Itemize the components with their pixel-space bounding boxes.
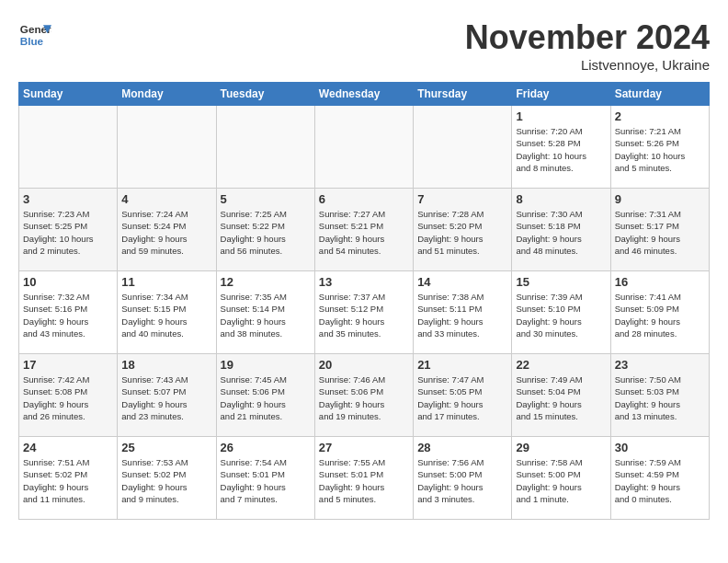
day-info: Sunrise: 7:54 AM Sunset: 5:01 PM Dayligh… [221, 456, 311, 505]
calendar-cell [19, 106, 118, 189]
day-number: 29 [516, 441, 606, 454]
calendar-cell: 18Sunrise: 7:43 AM Sunset: 5:07 PM Dayli… [118, 354, 216, 437]
day-number: 11 [121, 275, 211, 289]
day-number: 4 [121, 192, 211, 206]
day-number: 28 [417, 441, 507, 454]
day-number: 22 [516, 358, 606, 372]
calendar-cell [414, 106, 512, 189]
day-info: Sunrise: 7:56 AM Sunset: 5:00 PM Dayligh… [417, 456, 507, 505]
calendar-cell: 27Sunrise: 7:55 AM Sunset: 5:01 PM Dayli… [314, 437, 413, 520]
calendar-week-3: 10Sunrise: 7:32 AM Sunset: 5:16 PM Dayli… [19, 271, 710, 354]
calendar-cell: 7Sunrise: 7:28 AM Sunset: 5:20 PM Daylig… [414, 189, 512, 271]
calendar-cell [216, 106, 314, 189]
calendar-cell: 13Sunrise: 7:37 AM Sunset: 5:12 PM Dayli… [314, 271, 413, 354]
day-info: Sunrise: 7:58 AM Sunset: 5:00 PM Dayligh… [516, 456, 606, 505]
calendar-cell: 5Sunrise: 7:25 AM Sunset: 5:22 PM Daylig… [216, 189, 314, 271]
day-number: 15 [516, 275, 606, 289]
day-number: 3 [23, 192, 113, 206]
calendar-cell: 25Sunrise: 7:53 AM Sunset: 5:02 PM Dayli… [118, 437, 216, 520]
day-number: 10 [23, 275, 113, 289]
weekday-header-thursday: Thursday [414, 83, 512, 106]
day-number: 7 [417, 192, 507, 206]
day-info: Sunrise: 7:53 AM Sunset: 5:02 PM Dayligh… [121, 456, 211, 505]
calendar-cell: 6Sunrise: 7:27 AM Sunset: 5:21 PM Daylig… [314, 189, 413, 271]
calendar-cell: 20Sunrise: 7:46 AM Sunset: 5:06 PM Dayli… [314, 354, 413, 437]
calendar-cell: 8Sunrise: 7:30 AM Sunset: 5:18 PM Daylig… [512, 189, 610, 271]
calendar-cell: 19Sunrise: 7:45 AM Sunset: 5:06 PM Dayli… [216, 354, 314, 437]
calendar-cell: 29Sunrise: 7:58 AM Sunset: 5:00 PM Dayli… [512, 437, 610, 520]
day-info: Sunrise: 7:45 AM Sunset: 5:06 PM Dayligh… [221, 373, 311, 422]
weekday-header-friday: Friday [512, 83, 610, 106]
day-number: 27 [319, 441, 409, 454]
calendar-cell: 15Sunrise: 7:39 AM Sunset: 5:10 PM Dayli… [512, 271, 610, 354]
day-number: 18 [121, 358, 211, 372]
day-number: 24 [23, 441, 113, 454]
weekday-header-sunday: Sunday [19, 83, 118, 106]
calendar-cell: 24Sunrise: 7:51 AM Sunset: 5:02 PM Dayli… [19, 437, 118, 520]
day-number: 12 [221, 275, 311, 289]
calendar-week-1: 1Sunrise: 7:20 AM Sunset: 5:28 PM Daylig… [19, 106, 710, 189]
calendar-cell [314, 106, 413, 189]
day-number: 5 [221, 192, 311, 206]
day-number: 16 [615, 275, 705, 289]
day-info: Sunrise: 7:35 AM Sunset: 5:14 PM Dayligh… [221, 291, 311, 339]
day-info: Sunrise: 7:34 AM Sunset: 5:15 PM Dayligh… [121, 291, 211, 339]
day-info: Sunrise: 7:41 AM Sunset: 5:09 PM Dayligh… [615, 291, 705, 339]
day-number: 14 [417, 275, 507, 289]
calendar-cell: 22Sunrise: 7:49 AM Sunset: 5:04 PM Dayli… [512, 354, 610, 437]
calendar-cell: 1Sunrise: 7:20 AM Sunset: 5:28 PM Daylig… [512, 106, 610, 189]
calendar-cell: 2Sunrise: 7:21 AM Sunset: 5:26 PM Daylig… [610, 106, 709, 189]
calendar-cell: 10Sunrise: 7:32 AM Sunset: 5:16 PM Dayli… [19, 271, 118, 354]
weekday-header-wednesday: Wednesday [314, 83, 413, 106]
day-info: Sunrise: 7:59 AM Sunset: 4:59 PM Dayligh… [615, 456, 705, 505]
day-info: Sunrise: 7:23 AM Sunset: 5:25 PM Dayligh… [23, 208, 113, 257]
weekday-header-saturday: Saturday [610, 83, 709, 106]
day-info: Sunrise: 7:49 AM Sunset: 5:04 PM Dayligh… [516, 373, 606, 422]
day-info: Sunrise: 7:47 AM Sunset: 5:05 PM Dayligh… [417, 373, 507, 422]
day-number: 19 [221, 358, 311, 372]
day-info: Sunrise: 7:55 AM Sunset: 5:01 PM Dayligh… [319, 456, 409, 505]
month-title: November 2024 [465, 18, 710, 57]
calendar-cell: 3Sunrise: 7:23 AM Sunset: 5:25 PM Daylig… [19, 189, 118, 271]
calendar-cell: 30Sunrise: 7:59 AM Sunset: 4:59 PM Dayli… [610, 437, 709, 520]
weekday-header-monday: Monday [118, 83, 216, 106]
day-info: Sunrise: 7:37 AM Sunset: 5:12 PM Dayligh… [319, 291, 409, 339]
svg-text:Blue: Blue [20, 35, 44, 47]
page-header: General Blue November 2024 Listvennoye, … [18, 18, 710, 73]
day-number: 26 [221, 441, 311, 454]
day-number: 2 [615, 109, 705, 123]
calendar-cell: 9Sunrise: 7:31 AM Sunset: 5:17 PM Daylig… [610, 189, 709, 271]
calendar-cell: 28Sunrise: 7:56 AM Sunset: 5:00 PM Dayli… [414, 437, 512, 520]
calendar-cell: 17Sunrise: 7:42 AM Sunset: 5:08 PM Dayli… [19, 354, 118, 437]
weekday-header-row: SundayMondayTuesdayWednesdayThursdayFrid… [19, 83, 710, 106]
day-number: 1 [516, 109, 606, 123]
calendar-cell: 4Sunrise: 7:24 AM Sunset: 5:24 PM Daylig… [118, 189, 216, 271]
day-number: 13 [319, 275, 409, 289]
location: Listvennoye, Ukraine [465, 57, 710, 73]
calendar-cell: 23Sunrise: 7:50 AM Sunset: 5:03 PM Dayli… [610, 354, 709, 437]
day-info: Sunrise: 7:25 AM Sunset: 5:22 PM Dayligh… [221, 208, 311, 257]
day-number: 30 [615, 441, 705, 454]
calendar-week-2: 3Sunrise: 7:23 AM Sunset: 5:25 PM Daylig… [19, 189, 710, 271]
day-info: Sunrise: 7:30 AM Sunset: 5:18 PM Dayligh… [516, 208, 606, 257]
calendar-cell [118, 106, 216, 189]
calendar-week-5: 24Sunrise: 7:51 AM Sunset: 5:02 PM Dayli… [19, 437, 710, 520]
calendar-cell: 16Sunrise: 7:41 AM Sunset: 5:09 PM Dayli… [610, 271, 709, 354]
day-number: 9 [615, 192, 705, 206]
day-number: 23 [615, 358, 705, 372]
calendar-cell: 12Sunrise: 7:35 AM Sunset: 5:14 PM Dayli… [216, 271, 314, 354]
calendar-week-4: 17Sunrise: 7:42 AM Sunset: 5:08 PM Dayli… [19, 354, 710, 437]
day-info: Sunrise: 7:24 AM Sunset: 5:24 PM Dayligh… [121, 208, 211, 257]
day-number: 20 [319, 358, 409, 372]
day-info: Sunrise: 7:43 AM Sunset: 5:07 PM Dayligh… [121, 373, 211, 422]
calendar-cell: 14Sunrise: 7:38 AM Sunset: 5:11 PM Dayli… [414, 271, 512, 354]
logo: General Blue [18, 18, 51, 52]
calendar-table: SundayMondayTuesdayWednesdayThursdayFrid… [18, 82, 710, 520]
day-info: Sunrise: 7:32 AM Sunset: 5:16 PM Dayligh… [23, 291, 113, 339]
day-number: 21 [417, 358, 507, 372]
logo-icon: General Blue [18, 18, 51, 52]
day-info: Sunrise: 7:39 AM Sunset: 5:10 PM Dayligh… [516, 291, 606, 339]
day-info: Sunrise: 7:50 AM Sunset: 5:03 PM Dayligh… [615, 373, 705, 422]
calendar-cell: 26Sunrise: 7:54 AM Sunset: 5:01 PM Dayli… [216, 437, 314, 520]
day-info: Sunrise: 7:31 AM Sunset: 5:17 PM Dayligh… [615, 208, 705, 257]
